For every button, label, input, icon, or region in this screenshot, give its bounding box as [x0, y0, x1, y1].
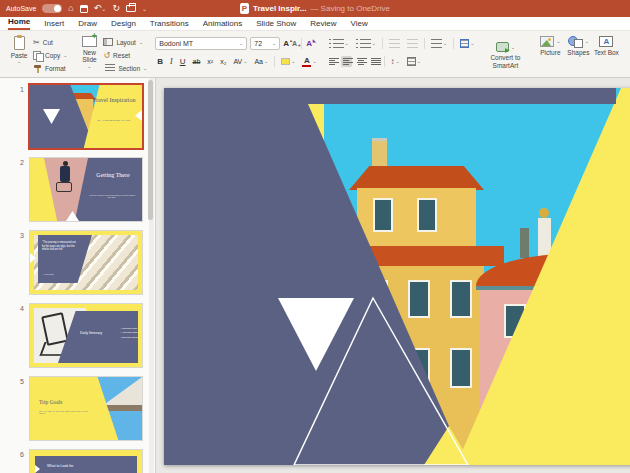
slide-3-number: 3	[0, 231, 30, 294]
shapes-icon	[568, 36, 583, 47]
ribbon-tabs: Home Insert Draw Design Transitions Anim…	[0, 17, 630, 31]
align-right-button[interactable]	[355, 56, 366, 67]
convert-smartart-button[interactable]: ⌄ Convert to SmartArt	[482, 40, 528, 69]
shrink-font-button[interactable]: A▼	[292, 40, 297, 47]
new-slide-button[interactable]: New Slide ⌄	[75, 34, 103, 69]
font-family-select[interactable]: Bodoni MT⌄	[155, 37, 247, 50]
undo-icon[interactable]: ↶⌄	[94, 4, 107, 14]
home-icon[interactable]: ⌂	[68, 4, 73, 13]
format-painter-icon	[33, 64, 42, 73]
picture-button[interactable]: ⌄ Picture	[536, 34, 564, 56]
increase-indent-button[interactable]	[405, 39, 420, 48]
tab-draw[interactable]: Draw	[78, 19, 97, 30]
reset-button[interactable]: ↺ Reset	[103, 49, 147, 61]
slide-2-number: 2	[0, 158, 30, 221]
line-spacing-button[interactable]: ⌄	[429, 39, 449, 48]
align-text-button[interactable]: ⌄	[405, 57, 423, 66]
justify-button[interactable]	[369, 56, 380, 67]
slides-group: New Slide ⌄ Layout⌄ ↺ Reset Section⌄	[72, 34, 150, 75]
arrange-group: ⌄ Arrange ⌄ Quick Styles Shape Fill Shap…	[625, 34, 630, 75]
slide-1-thumbnail[interactable]: Travel Inspiration BY PRESENTER NAME	[30, 85, 142, 148]
slide-5-subtitle: WHAT WE WANT TO GET OUT OF THIS TRIP	[39, 410, 89, 414]
slide-4-number: 4	[0, 304, 30, 367]
highlight-color-button[interactable]: ⌄	[279, 58, 297, 65]
textbox-button[interactable]: A Text Box	[592, 34, 620, 56]
superscript-button[interactable]: x²	[205, 58, 215, 65]
font-color-button[interactable]: A⌄	[300, 57, 318, 67]
align-center-button[interactable]	[341, 56, 352, 67]
tab-insert[interactable]: Insert	[44, 19, 64, 30]
slide-3-attribution: —Unknown	[42, 273, 54, 275]
subscript-button[interactable]: x₂	[218, 58, 228, 65]
smartart-wrap: ⌄ Convert to SmartArt	[479, 34, 531, 75]
section-icon	[105, 64, 115, 72]
grow-font-button[interactable]: A▲	[283, 39, 289, 48]
slide-6-thumbnail[interactable]: What to Look for • Scenic landscapes	[30, 450, 142, 473]
autosave-toggle[interactable]	[42, 4, 62, 13]
bold-button[interactable]: B	[155, 57, 165, 66]
change-case-button[interactable]: Aa⌄	[252, 58, 270, 65]
italic-button[interactable]: I	[168, 57, 175, 66]
line-spacing-options-button[interactable]: ↕⌄	[389, 57, 402, 66]
paste-button[interactable]: Paste ⌄	[5, 34, 33, 64]
reset-icon: ↺	[103, 51, 110, 60]
paragraph-group: ⌄ ⌄ ⌄ ⌄ ↕⌄ ⌄	[324, 34, 480, 75]
insert-group: ⌄ Picture ⌄ Shapes A Text Box	[533, 34, 623, 75]
tab-review[interactable]: Review	[310, 19, 336, 30]
cut-button[interactable]: ✂ Cut	[33, 36, 67, 48]
redo-icon[interactable]: ↻	[112, 4, 120, 13]
tab-transitions[interactable]: Transitions	[150, 19, 189, 30]
format-painter-button[interactable]: Format	[33, 62, 67, 74]
tab-home[interactable]: Home	[8, 17, 30, 30]
section-button[interactable]: Section⌄	[103, 62, 147, 74]
tab-animations[interactable]: Animations	[203, 19, 243, 30]
slide-thumbnail-panel: 1 Travel Inspiration BY PRESENTER NAME 2…	[0, 78, 155, 473]
autosave-label: AutoSave	[6, 5, 36, 12]
current-slide[interactable]	[164, 88, 630, 465]
slide-3-thumbnail[interactable]: "The journey is measured out by the ways…	[30, 231, 142, 294]
decrease-indent-button[interactable]	[387, 39, 402, 48]
smartart-icon	[496, 42, 509, 52]
tab-slideshow[interactable]: Slide Show	[256, 19, 296, 30]
layout-button[interactable]: Layout⌄	[103, 36, 147, 48]
title-bar: AutoSave ⌂ ↶⌄ ↻ ⌄ P Travel Inspir... — S…	[0, 0, 630, 17]
slide-6-number: 6	[0, 450, 30, 473]
clear-formatting-button[interactable]: A◣	[306, 39, 312, 48]
tab-design[interactable]: Design	[111, 19, 136, 30]
tab-view[interactable]: View	[351, 19, 368, 30]
align-left-button[interactable]	[327, 56, 338, 67]
shapes-button[interactable]: ⌄ Shapes	[564, 34, 592, 56]
slide-2-title: Getting There	[90, 172, 136, 179]
copy-button[interactable]: Copy⌄	[33, 49, 67, 61]
underline-button[interactable]: U	[178, 57, 188, 66]
numbering-button[interactable]: ⌄	[354, 39, 378, 48]
slide-4-thumbnail[interactable]: Daily Itinerary – Morning plans – Aftern…	[30, 304, 142, 367]
customize-toolbar-caret[interactable]: ⌄	[142, 5, 147, 12]
text-direction-icon	[460, 39, 469, 48]
clipboard-group: Paste ⌄ ✂ Cut Copy⌄ Format	[2, 34, 70, 75]
slide-3-quote: "The journey is measured out by the ways…	[42, 241, 78, 252]
ribbon: Paste ⌄ ✂ Cut Copy⌄ Format New Slide ⌄	[0, 31, 630, 78]
slide-editing-canvas[interactable]	[155, 78, 630, 473]
save-status: — Saving to OneDrive	[310, 4, 390, 13]
font-color-icon: A	[302, 57, 311, 67]
thumbnail-scrollbar-thumb[interactable]	[148, 80, 153, 220]
paste-icon	[14, 36, 25, 50]
slide-5-title: Trip Goals	[39, 399, 62, 405]
textbox-icon: A	[599, 36, 613, 47]
powerpoint-icon: P	[240, 3, 249, 14]
text-direction-button[interactable]: ⌄	[458, 39, 476, 48]
character-spacing-button[interactable]: AV⌄	[231, 58, 249, 65]
slide-2-body: How we plan to get from place to place a…	[88, 194, 136, 198]
print-icon[interactable]	[126, 5, 136, 12]
slide-2-thumbnail[interactable]: Getting There How we plan to get from pl…	[30, 158, 142, 221]
font-size-select[interactable]: 72⌄	[250, 37, 280, 50]
bullets-button[interactable]: ⌄	[327, 39, 351, 48]
strikethrough-button[interactable]: ab	[191, 58, 203, 65]
slide-4-items: – Morning plans – Afternoon stops – Even…	[120, 327, 142, 340]
slide-5-photo	[68, 377, 142, 440]
save-icon[interactable]	[80, 5, 88, 13]
slide-5-thumbnail[interactable]: Trip Goals WHAT WE WANT TO GET OUT OF TH…	[30, 377, 142, 440]
white-outline-triangle-shape	[164, 88, 630, 465]
thumbnail-scrollbar[interactable]	[149, 78, 154, 473]
